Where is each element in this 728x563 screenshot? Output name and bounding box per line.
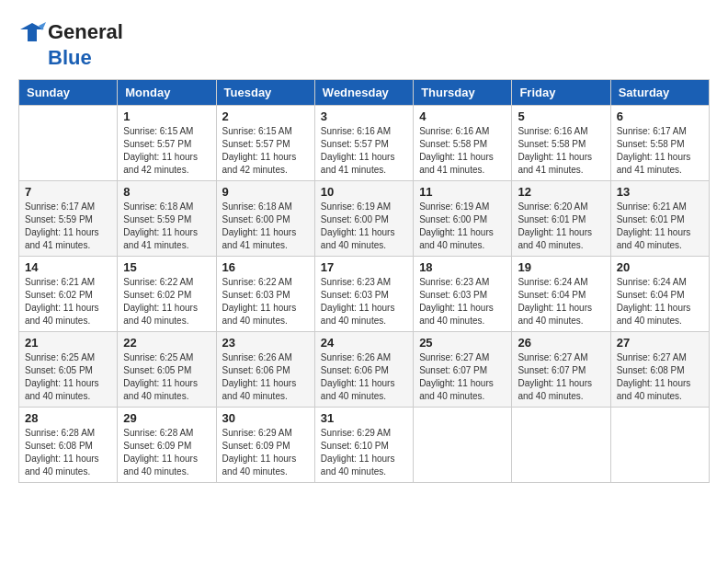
day-number: 21 (25, 336, 111, 350)
day-number: 2 (222, 109, 309, 123)
day-number: 28 (25, 411, 111, 425)
day-number: 24 (321, 336, 407, 350)
calendar-cell: 26Sunrise: 6:27 AM Sunset: 6:07 PM Dayli… (512, 332, 610, 408)
calendar-week-row: 21Sunrise: 6:25 AM Sunset: 6:05 PM Dayli… (19, 332, 710, 408)
calendar-cell: 2Sunrise: 6:15 AM Sunset: 5:57 PM Daylig… (216, 106, 314, 181)
day-number: 26 (518, 336, 604, 350)
day-number: 9 (222, 185, 309, 199)
calendar-cell: 24Sunrise: 6:26 AM Sunset: 6:06 PM Dayli… (314, 332, 413, 408)
day-info: Sunrise: 6:17 AM Sunset: 5:58 PM Dayligh… (617, 125, 703, 177)
column-header-saturday: Saturday (610, 80, 709, 106)
column-header-friday: Friday (512, 80, 610, 106)
day-info: Sunrise: 6:23 AM Sunset: 6:03 PM Dayligh… (321, 276, 407, 327)
day-info: Sunrise: 6:23 AM Sunset: 6:03 PM Dayligh… (419, 276, 506, 327)
day-info: Sunrise: 6:29 AM Sunset: 6:10 PM Dayligh… (321, 427, 407, 478)
column-header-tuesday: Tuesday (216, 80, 314, 106)
day-info: Sunrise: 6:26 AM Sunset: 6:06 PM Dayligh… (222, 351, 309, 403)
calendar-cell: 9Sunrise: 6:18 AM Sunset: 6:00 PM Daylig… (216, 181, 314, 257)
calendar-cell: 5Sunrise: 6:16 AM Sunset: 5:58 PM Daylig… (512, 106, 610, 181)
page-header: General Blue (18, 18, 710, 70)
day-info: Sunrise: 6:22 AM Sunset: 6:03 PM Dayligh… (222, 276, 309, 327)
day-number: 4 (419, 109, 506, 123)
day-number: 6 (617, 109, 703, 123)
column-header-monday: Monday (118, 80, 216, 106)
calendar-cell: 15Sunrise: 6:22 AM Sunset: 6:02 PM Dayli… (118, 257, 216, 332)
day-info: Sunrise: 6:24 AM Sunset: 6:04 PM Dayligh… (617, 276, 703, 327)
day-number: 22 (123, 336, 210, 350)
calendar-cell: 6Sunrise: 6:17 AM Sunset: 5:58 PM Daylig… (610, 106, 709, 181)
calendar-cell: 11Sunrise: 6:19 AM Sunset: 6:00 PM Dayli… (414, 181, 512, 257)
calendar-cell: 3Sunrise: 6:16 AM Sunset: 5:57 PM Daylig… (314, 106, 413, 181)
day-info: Sunrise: 6:27 AM Sunset: 6:07 PM Dayligh… (518, 351, 604, 403)
calendar-week-row: 7Sunrise: 6:17 AM Sunset: 5:59 PM Daylig… (19, 181, 710, 257)
day-info: Sunrise: 6:28 AM Sunset: 6:08 PM Dayligh… (25, 427, 111, 478)
column-header-wednesday: Wednesday (314, 80, 413, 106)
logo: General Blue (18, 18, 123, 70)
calendar-week-row: 14Sunrise: 6:21 AM Sunset: 6:02 PM Dayli… (19, 257, 710, 332)
calendar-cell (414, 408, 512, 483)
day-number: 13 (617, 185, 703, 199)
calendar-cell: 19Sunrise: 6:24 AM Sunset: 6:04 PM Dayli… (512, 257, 610, 332)
day-number: 31 (321, 411, 407, 425)
calendar-cell (512, 408, 610, 483)
calendar-cell: 23Sunrise: 6:26 AM Sunset: 6:06 PM Dayli… (216, 332, 314, 408)
calendar-cell: 16Sunrise: 6:22 AM Sunset: 6:03 PM Dayli… (216, 257, 314, 332)
calendar-cell: 10Sunrise: 6:19 AM Sunset: 6:00 PM Dayli… (314, 181, 413, 257)
day-number: 17 (321, 260, 407, 274)
day-info: Sunrise: 6:24 AM Sunset: 6:04 PM Dayligh… (518, 276, 604, 327)
day-number: 25 (419, 336, 506, 350)
logo-bird-icon (18, 18, 46, 46)
day-number: 16 (222, 260, 309, 274)
day-number: 11 (419, 185, 506, 199)
day-info: Sunrise: 6:15 AM Sunset: 5:57 PM Dayligh… (222, 125, 309, 177)
day-number: 14 (25, 260, 111, 274)
calendar-cell: 1Sunrise: 6:15 AM Sunset: 5:57 PM Daylig… (118, 106, 216, 181)
calendar-cell: 8Sunrise: 6:18 AM Sunset: 5:59 PM Daylig… (118, 181, 216, 257)
day-number: 23 (222, 336, 309, 350)
day-number: 7 (25, 185, 111, 199)
day-info: Sunrise: 6:20 AM Sunset: 6:01 PM Dayligh… (518, 201, 604, 252)
calendar-cell: 27Sunrise: 6:27 AM Sunset: 6:08 PM Dayli… (610, 332, 709, 408)
day-number: 27 (617, 336, 703, 350)
calendar-cell: 12Sunrise: 6:20 AM Sunset: 6:01 PM Dayli… (512, 181, 610, 257)
day-number: 19 (518, 260, 604, 274)
calendar-cell: 18Sunrise: 6:23 AM Sunset: 6:03 PM Dayli… (414, 257, 512, 332)
calendar-cell: 28Sunrise: 6:28 AM Sunset: 6:08 PM Dayli… (19, 408, 118, 483)
day-number: 8 (123, 185, 210, 199)
calendar-cell: 4Sunrise: 6:16 AM Sunset: 5:58 PM Daylig… (414, 106, 512, 181)
calendar-cell: 29Sunrise: 6:28 AM Sunset: 6:09 PM Dayli… (118, 408, 216, 483)
day-info: Sunrise: 6:21 AM Sunset: 6:02 PM Dayligh… (25, 276, 111, 327)
calendar-cell: 7Sunrise: 6:17 AM Sunset: 5:59 PM Daylig… (19, 181, 118, 257)
calendar-cell (610, 408, 709, 483)
calendar-cell: 31Sunrise: 6:29 AM Sunset: 6:10 PM Dayli… (314, 408, 413, 483)
day-info: Sunrise: 6:15 AM Sunset: 5:57 PM Dayligh… (123, 125, 210, 177)
calendar-cell: 20Sunrise: 6:24 AM Sunset: 6:04 PM Dayli… (610, 257, 709, 332)
day-number: 15 (123, 260, 210, 274)
day-number: 18 (419, 260, 506, 274)
day-info: Sunrise: 6:27 AM Sunset: 6:08 PM Dayligh… (617, 351, 703, 403)
day-info: Sunrise: 6:16 AM Sunset: 5:57 PM Dayligh… (321, 125, 407, 177)
calendar-week-row: 1Sunrise: 6:15 AM Sunset: 5:57 PM Daylig… (19, 106, 710, 181)
day-info: Sunrise: 6:22 AM Sunset: 6:02 PM Dayligh… (123, 276, 210, 327)
day-info: Sunrise: 6:27 AM Sunset: 6:07 PM Dayligh… (419, 351, 506, 403)
calendar-header-row: SundayMondayTuesdayWednesdayThursdayFrid… (19, 80, 710, 106)
calendar-cell: 17Sunrise: 6:23 AM Sunset: 6:03 PM Dayli… (314, 257, 413, 332)
day-number: 29 (123, 411, 210, 425)
calendar-cell: 14Sunrise: 6:21 AM Sunset: 6:02 PM Dayli… (19, 257, 118, 332)
day-info: Sunrise: 6:29 AM Sunset: 6:09 PM Dayligh… (222, 427, 309, 478)
calendar-cell: 13Sunrise: 6:21 AM Sunset: 6:01 PM Dayli… (610, 181, 709, 257)
day-number: 10 (321, 185, 407, 199)
day-info: Sunrise: 6:19 AM Sunset: 6:00 PM Dayligh… (321, 201, 407, 252)
day-number: 20 (617, 260, 703, 274)
calendar-cell: 30Sunrise: 6:29 AM Sunset: 6:09 PM Dayli… (216, 408, 314, 483)
day-info: Sunrise: 6:18 AM Sunset: 5:59 PM Dayligh… (123, 201, 210, 252)
day-number: 12 (518, 185, 604, 199)
day-info: Sunrise: 6:16 AM Sunset: 5:58 PM Dayligh… (518, 125, 604, 177)
logo-text-general: General (48, 20, 123, 44)
day-info: Sunrise: 6:16 AM Sunset: 5:58 PM Dayligh… (419, 125, 506, 177)
day-info: Sunrise: 6:18 AM Sunset: 6:00 PM Dayligh… (222, 201, 309, 252)
calendar-cell: 22Sunrise: 6:25 AM Sunset: 6:05 PM Dayli… (118, 332, 216, 408)
day-info: Sunrise: 6:28 AM Sunset: 6:09 PM Dayligh… (123, 427, 210, 478)
day-info: Sunrise: 6:25 AM Sunset: 6:05 PM Dayligh… (123, 351, 210, 403)
column-header-sunday: Sunday (19, 80, 118, 106)
